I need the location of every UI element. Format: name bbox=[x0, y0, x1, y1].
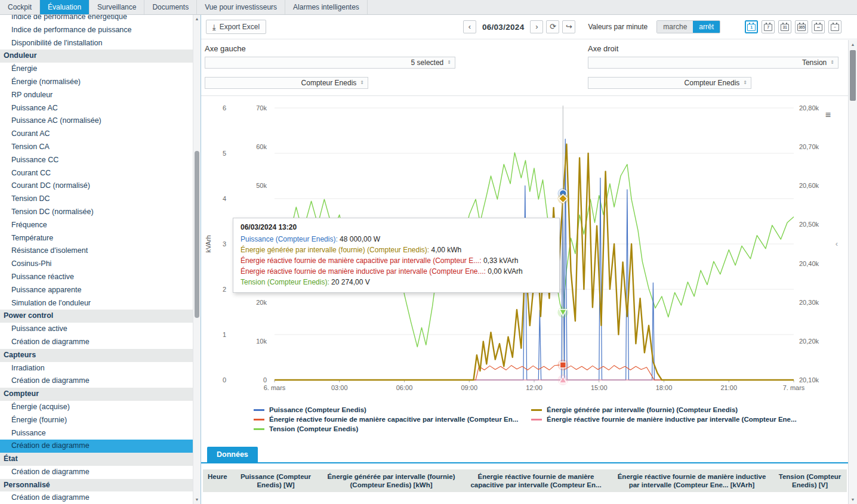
sidebar-item-resistance-d-isolement[interactable]: Résistance d'isolement bbox=[0, 245, 193, 258]
volt-tick-label: 20,50k bbox=[799, 221, 819, 228]
kvarh-tick-label: 2 bbox=[223, 286, 226, 293]
calendar-icon: 365 bbox=[797, 24, 806, 31]
nav-tab-vue-pour-investisseurs[interactable]: Vue pour investisseurs bbox=[197, 0, 285, 14]
goto-latest-button[interactable]: ↪ bbox=[562, 20, 575, 33]
range-button-31[interactable]: 31 bbox=[778, 20, 791, 33]
sidebar-item-puissance-cc[interactable]: Puissance CC bbox=[0, 154, 193, 167]
sidebar-item-irradiation[interactable]: Irradiation bbox=[0, 362, 193, 375]
nav-tab-documents[interactable]: Documents bbox=[144, 0, 197, 14]
scroll-up-icon[interactable]: ▲ bbox=[849, 40, 857, 49]
toggle-arret[interactable]: arrêt bbox=[693, 21, 720, 33]
refresh-button[interactable]: ⟳ bbox=[546, 20, 559, 33]
sidebar-item-courant-ac[interactable]: Courant AC bbox=[0, 128, 193, 141]
volt-tick-label: 20,60k bbox=[799, 182, 819, 189]
x-tick-label: 21:00 bbox=[720, 384, 737, 391]
sidebar-item-creation-de-diagramme[interactable]: Création de diagramme bbox=[0, 440, 193, 453]
tab-donnees[interactable]: Données bbox=[207, 447, 258, 462]
collapse-panel-icon[interactable]: ‹ bbox=[836, 239, 838, 248]
scroll-up-icon[interactable]: ▲ bbox=[193, 15, 201, 23]
sidebar-scrollbar[interactable]: ▲ ▼ bbox=[193, 15, 201, 504]
tooltip-row: Énergie réactive fournie de manière capa… bbox=[241, 255, 552, 266]
column-header-energie-generee-par-intervalle: Énergie générée par intervalle (fournie)… bbox=[321, 469, 461, 492]
right-axis-device-select[interactable]: Compteur Enedis ⇕ bbox=[588, 77, 751, 89]
data-tab-bar: Données bbox=[201, 447, 857, 463]
chart-menu-icon[interactable]: ≡ bbox=[825, 110, 831, 120]
legend-item-tension-compteur-enedis[interactable]: Tension (Compteur Enedis) bbox=[254, 425, 531, 434]
legend-item-energie-reactive-fournie-de-maniere-capa[interactable]: Énergie réactive fournie de manière capa… bbox=[254, 415, 531, 424]
sidebar-item-puissance-reactive[interactable]: Puissance réactive bbox=[0, 271, 193, 284]
sidebar-item-tension-ca[interactable]: Tension CA bbox=[0, 141, 193, 154]
sidebar-item-creation-de-diagramme[interactable]: Création de diagramme bbox=[0, 375, 193, 388]
sidebar-item-indice-de-performance-energetique[interactable]: Indice de performance énergétique bbox=[0, 15, 193, 24]
sidebar-item-tension-dc-normalisee[interactable]: Tension DC (normalisée) bbox=[0, 206, 193, 219]
sidebar-item-rp-onduleur[interactable]: RP onduleur bbox=[0, 89, 193, 102]
legend-item-puissance-compteur-enedis[interactable]: Puissance (Compteur Enedis) bbox=[254, 406, 531, 415]
x-tick-label: 03:00 bbox=[331, 384, 348, 391]
volt-tick-label: 20,20k bbox=[799, 338, 819, 345]
sidebar-item-energie[interactable]: Énergie bbox=[0, 63, 193, 76]
sidebar-item-energie-acquise[interactable]: Énergie (acquise) bbox=[0, 401, 193, 414]
watt-tick-label: 20k bbox=[256, 299, 267, 306]
sidebar-item-puissance[interactable]: Puissance bbox=[0, 427, 193, 440]
date-display[interactable]: 06/03/2024 bbox=[479, 23, 528, 32]
legend-label: Énergie générée par intervalle (fournie)… bbox=[547, 406, 738, 415]
sidebar-item-cosinus-phi[interactable]: Cosinus-Phi bbox=[0, 258, 193, 271]
left-axis-device-select[interactable]: Compteur Enedis ⇕ bbox=[205, 77, 368, 89]
sidebar-item-tension-dc[interactable]: Tension DC bbox=[0, 193, 193, 206]
range-button-1[interactable]: 1 bbox=[745, 20, 758, 33]
sidebar-item-puissance-active[interactable]: Puissance active bbox=[0, 323, 193, 336]
sidebar-item-creation-de-diagramme[interactable]: Création de diagramme bbox=[0, 466, 193, 479]
sidebar-item-disponibilite-de-l-installation[interactable]: Disponibilité de l'installation bbox=[0, 37, 193, 50]
main-scrollbar[interactable]: ▲ ▼ bbox=[848, 40, 857, 504]
nav-tab-evaluation[interactable]: Évaluation bbox=[40, 0, 90, 14]
sidebar-item-courant-cc[interactable]: Courant CC bbox=[0, 167, 193, 180]
watt-tick-label: 60k bbox=[256, 143, 267, 150]
scroll-down-icon[interactable]: ▼ bbox=[849, 495, 857, 504]
sidebar-item-temperature[interactable]: Température bbox=[0, 232, 193, 245]
sidebar-item-puissance-ac[interactable]: Puissance AC bbox=[0, 102, 193, 115]
sidebar-item-puissance-ac-normalisee[interactable]: Puissance AC (normalisée) bbox=[0, 115, 193, 128]
sidebar-item-courant-dc-normalise[interactable]: Courant DC (normalisé) bbox=[0, 180, 193, 193]
main-scrollbar-thumb[interactable] bbox=[850, 50, 856, 101]
nav-tab-surveillance[interactable]: Surveillance bbox=[90, 0, 144, 14]
toggle-marche[interactable]: marche bbox=[657, 21, 693, 33]
sidebar-scrollbar-thumb[interactable] bbox=[195, 151, 199, 318]
legend-item-energie-reactive-fournie-de-maniere-indu[interactable]: Énergie réactive fournie de manière indu… bbox=[531, 415, 809, 424]
right-axis-channel-select[interactable]: Tension ⇕ bbox=[588, 57, 838, 69]
sidebar-section-compteur: Compteur bbox=[0, 388, 193, 401]
sidebar-item-simulation-de-l-onduleur[interactable]: Simulation de l'onduleur bbox=[0, 297, 193, 310]
tooltip-value: 48 000,00 W bbox=[340, 235, 380, 243]
range-button-[interactable]: ·· bbox=[828, 20, 841, 33]
toolbar: ⤓ Export Excel ‹ 06/03/2024 › ⟳ ↪ Valeur… bbox=[201, 15, 857, 39]
range-button-365[interactable]: 365 bbox=[795, 20, 808, 33]
range-button-[interactable]: ∞ bbox=[812, 20, 825, 33]
calendar-icon: ·· bbox=[831, 24, 839, 31]
next-day-button[interactable]: › bbox=[530, 20, 543, 33]
export-excel-button[interactable]: ⤓ Export Excel bbox=[206, 20, 266, 34]
sidebar-item-indice-de-performance-de-puissance[interactable]: Indice de performance de puissance bbox=[0, 24, 193, 37]
scroll-down-icon[interactable]: ▼ bbox=[193, 496, 201, 504]
sidebar-item-energie-fournie[interactable]: Énergie (fournie) bbox=[0, 414, 193, 427]
chart-area: 6. mars03:0006:0009:0012:0015:0018:0021:… bbox=[201, 96, 857, 397]
kvarh-axis-title: kVArh bbox=[205, 235, 212, 252]
left-axis-channel-select[interactable]: 5 selected ⇕ bbox=[205, 57, 455, 69]
legend-label: Énergie réactive fournie de manière capa… bbox=[269, 415, 518, 424]
nav-tab-alarmes-intelligentes[interactable]: Alarmes intelligentes bbox=[285, 0, 368, 14]
sidebar-item-creation-de-diagramme[interactable]: Création de diagramme bbox=[0, 336, 193, 349]
minute-values-toggle: marche arrêt bbox=[656, 20, 720, 33]
legend-item-energie-generee-par-intervalle-fournie-c[interactable]: Énergie générée par intervalle (fournie)… bbox=[531, 406, 809, 415]
x-tick-label: 09:00 bbox=[461, 384, 477, 391]
legend-label: Puissance (Compteur Enedis) bbox=[269, 406, 366, 415]
x-tick-label: 6. mars bbox=[264, 384, 286, 391]
legend-label: Tension (Compteur Enedis) bbox=[269, 425, 358, 434]
prev-day-button[interactable]: ‹ bbox=[463, 20, 476, 33]
tooltip-row: Énergie réactive fournie de manière indu… bbox=[241, 266, 552, 277]
sidebar-item-puissance-apparente[interactable]: Puissance apparente bbox=[0, 284, 193, 297]
sidebar-item-energie-normalisee[interactable]: Énergie (normalisée) bbox=[0, 76, 193, 89]
range-button-7[interactable]: 7 bbox=[762, 20, 775, 33]
sidebar-list: Indice de performance énergétiqueIndice … bbox=[0, 15, 193, 504]
watt-tick-label: 50k bbox=[256, 182, 267, 189]
sidebar-item-frequence[interactable]: Fréquence bbox=[0, 219, 193, 232]
nav-tab-cockpit[interactable]: Cockpit bbox=[0, 0, 40, 14]
sidebar-item-creation-de-diagramme[interactable]: Création de diagramme bbox=[0, 491, 193, 504]
